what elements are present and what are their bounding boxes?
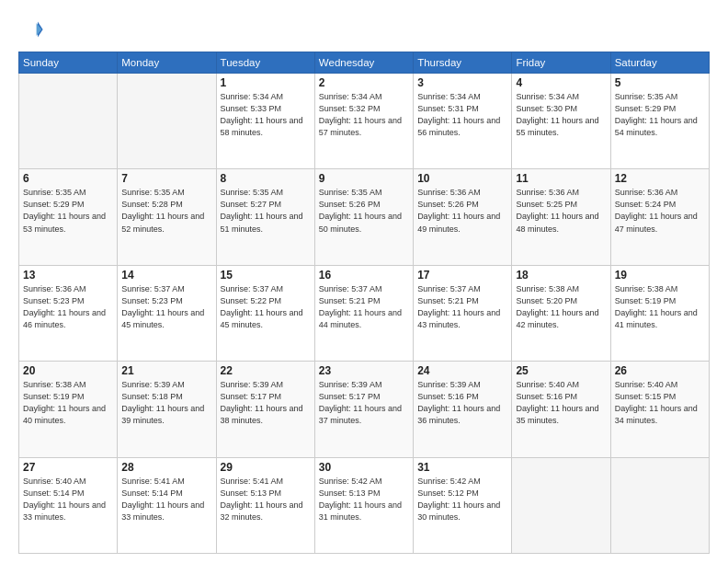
calendar-cell: 4Sunrise: 5:34 AMSunset: 5:30 PMDaylight… <box>512 74 610 169</box>
logo <box>18 17 48 42</box>
day-number: 9 <box>319 172 409 185</box>
day-info: Sunrise: 5:42 AMSunset: 5:12 PMDaylight:… <box>417 476 507 523</box>
day-info: Sunrise: 5:37 AMSunset: 5:22 PMDaylight:… <box>221 283 311 331</box>
day-number: 31 <box>417 461 507 474</box>
day-info: Sunrise: 5:41 AMSunset: 5:13 PMDaylight:… <box>221 476 311 523</box>
day-info: Sunrise: 5:34 AMSunset: 5:30 PMDaylight:… <box>516 91 606 139</box>
calendar-cell: 18Sunrise: 5:38 AMSunset: 5:20 PMDayligh… <box>512 265 610 361</box>
calendar-cell: 3Sunrise: 5:34 AMSunset: 5:31 PMDaylight… <box>414 74 512 169</box>
calendar-cell: 22Sunrise: 5:39 AMSunset: 5:17 PMDayligh… <box>216 362 314 457</box>
calendar-cell: 11Sunrise: 5:36 AMSunset: 5:25 PMDayligh… <box>512 169 610 265</box>
calendar-table: SundayMondayTuesdayWednesdayThursdayFrid… <box>18 52 710 554</box>
day-number: 20 <box>23 364 113 377</box>
calendar-cell: 13Sunrise: 5:36 AMSunset: 5:23 PMDayligh… <box>19 265 118 361</box>
day-number: 1 <box>221 76 311 89</box>
day-number: 8 <box>221 172 311 185</box>
calendar-day-header: Friday <box>512 52 610 74</box>
calendar-day-header: Thursday <box>414 52 512 74</box>
day-info: Sunrise: 5:36 AMSunset: 5:25 PMDaylight:… <box>516 187 606 235</box>
day-info: Sunrise: 5:37 AMSunset: 5:23 PMDaylight:… <box>121 283 211 331</box>
day-number: 25 <box>516 364 606 377</box>
day-info: Sunrise: 5:39 AMSunset: 5:17 PMDaylight:… <box>319 379 409 427</box>
day-number: 6 <box>23 172 113 185</box>
day-number: 13 <box>23 269 113 282</box>
day-info: Sunrise: 5:39 AMSunset: 5:18 PMDaylight:… <box>121 379 211 427</box>
calendar-cell: 10Sunrise: 5:36 AMSunset: 5:26 PMDayligh… <box>414 169 512 265</box>
day-number: 29 <box>221 461 311 474</box>
day-info: Sunrise: 5:34 AMSunset: 5:31 PMDaylight:… <box>417 91 507 139</box>
day-number: 16 <box>319 269 409 282</box>
calendar-cell: 29Sunrise: 5:41 AMSunset: 5:13 PMDayligh… <box>216 457 314 553</box>
calendar-cell: 21Sunrise: 5:39 AMSunset: 5:18 PMDayligh… <box>118 362 216 457</box>
day-number: 15 <box>221 269 311 282</box>
day-number: 3 <box>417 76 507 89</box>
calendar-week-row: 13Sunrise: 5:36 AMSunset: 5:23 PMDayligh… <box>19 265 710 361</box>
calendar-week-row: 20Sunrise: 5:38 AMSunset: 5:19 PMDayligh… <box>19 362 710 457</box>
calendar-cell: 31Sunrise: 5:42 AMSunset: 5:12 PMDayligh… <box>414 457 512 553</box>
day-number: 23 <box>319 364 409 377</box>
calendar-day-header: Tuesday <box>216 52 314 74</box>
day-number: 18 <box>516 269 606 282</box>
day-number: 11 <box>516 172 606 185</box>
calendar-week-row: 6Sunrise: 5:35 AMSunset: 5:29 PMDaylight… <box>19 169 710 265</box>
calendar-day-header: Sunday <box>19 52 118 74</box>
day-number: 10 <box>417 172 507 185</box>
calendar-cell <box>118 74 216 169</box>
day-number: 21 <box>121 364 211 377</box>
calendar-page: SundayMondayTuesdayWednesdayThursdayFrid… <box>0 0 728 563</box>
calendar-cell: 6Sunrise: 5:35 AMSunset: 5:29 PMDaylight… <box>19 169 118 265</box>
day-number: 5 <box>615 76 705 89</box>
day-number: 26 <box>615 364 705 377</box>
day-info: Sunrise: 5:35 AMSunset: 5:29 PMDaylight:… <box>23 187 113 235</box>
calendar-cell: 19Sunrise: 5:38 AMSunset: 5:19 PMDayligh… <box>610 265 709 361</box>
calendar-week-row: 1Sunrise: 5:34 AMSunset: 5:33 PMDaylight… <box>19 74 710 169</box>
calendar-cell <box>512 457 610 553</box>
calendar-cell: 8Sunrise: 5:35 AMSunset: 5:27 PMDaylight… <box>216 169 314 265</box>
calendar-cell: 14Sunrise: 5:37 AMSunset: 5:23 PMDayligh… <box>118 265 216 361</box>
calendar-cell: 17Sunrise: 5:37 AMSunset: 5:21 PMDayligh… <box>414 265 512 361</box>
day-number: 12 <box>615 172 705 185</box>
calendar-cell <box>610 457 709 553</box>
day-info: Sunrise: 5:37 AMSunset: 5:21 PMDaylight:… <box>319 283 409 331</box>
calendar-cell: 1Sunrise: 5:34 AMSunset: 5:33 PMDaylight… <box>216 74 314 169</box>
day-number: 14 <box>121 269 211 282</box>
day-info: Sunrise: 5:35 AMSunset: 5:28 PMDaylight:… <box>121 187 211 235</box>
calendar-cell: 27Sunrise: 5:40 AMSunset: 5:14 PMDayligh… <box>19 457 118 553</box>
calendar-cell: 20Sunrise: 5:38 AMSunset: 5:19 PMDayligh… <box>19 362 118 457</box>
day-number: 2 <box>319 76 409 89</box>
logo-icon <box>18 17 44 42</box>
calendar-header-row: SundayMondayTuesdayWednesdayThursdayFrid… <box>19 52 710 74</box>
calendar-day-header: Saturday <box>610 52 709 74</box>
day-info: Sunrise: 5:40 AMSunset: 5:15 PMDaylight:… <box>615 379 705 427</box>
day-info: Sunrise: 5:38 AMSunset: 5:20 PMDaylight:… <box>516 283 606 331</box>
day-number: 7 <box>121 172 211 185</box>
calendar-cell: 23Sunrise: 5:39 AMSunset: 5:17 PMDayligh… <box>314 362 413 457</box>
calendar-cell: 12Sunrise: 5:36 AMSunset: 5:24 PMDayligh… <box>610 169 709 265</box>
day-number: 22 <box>221 364 311 377</box>
calendar-cell: 2Sunrise: 5:34 AMSunset: 5:32 PMDaylight… <box>314 74 413 169</box>
calendar-cell: 28Sunrise: 5:41 AMSunset: 5:14 PMDayligh… <box>118 457 216 553</box>
day-info: Sunrise: 5:38 AMSunset: 5:19 PMDaylight:… <box>23 379 113 427</box>
day-info: Sunrise: 5:38 AMSunset: 5:19 PMDaylight:… <box>615 283 705 331</box>
header <box>18 17 710 42</box>
day-number: 4 <box>516 76 606 89</box>
calendar-cell: 25Sunrise: 5:40 AMSunset: 5:16 PMDayligh… <box>512 362 610 457</box>
day-info: Sunrise: 5:34 AMSunset: 5:33 PMDaylight:… <box>221 91 311 139</box>
calendar-cell: 9Sunrise: 5:35 AMSunset: 5:26 PMDaylight… <box>314 169 413 265</box>
calendar-cell: 24Sunrise: 5:39 AMSunset: 5:16 PMDayligh… <box>414 362 512 457</box>
calendar-cell <box>19 74 118 169</box>
day-info: Sunrise: 5:40 AMSunset: 5:16 PMDaylight:… <box>516 379 606 427</box>
calendar-cell: 26Sunrise: 5:40 AMSunset: 5:15 PMDayligh… <box>610 362 709 457</box>
day-info: Sunrise: 5:40 AMSunset: 5:14 PMDaylight:… <box>23 476 113 523</box>
day-number: 30 <box>319 461 409 474</box>
calendar-cell: 15Sunrise: 5:37 AMSunset: 5:22 PMDayligh… <box>216 265 314 361</box>
day-info: Sunrise: 5:34 AMSunset: 5:32 PMDaylight:… <box>319 91 409 139</box>
calendar-day-header: Monday <box>118 52 216 74</box>
calendar-day-header: Wednesday <box>314 52 413 74</box>
day-info: Sunrise: 5:36 AMSunset: 5:23 PMDaylight:… <box>23 283 113 331</box>
day-info: Sunrise: 5:37 AMSunset: 5:21 PMDaylight:… <box>417 283 507 331</box>
day-info: Sunrise: 5:39 AMSunset: 5:16 PMDaylight:… <box>417 379 507 427</box>
calendar-cell: 7Sunrise: 5:35 AMSunset: 5:28 PMDaylight… <box>118 169 216 265</box>
day-info: Sunrise: 5:35 AMSunset: 5:26 PMDaylight:… <box>319 187 409 235</box>
calendar-cell: 30Sunrise: 5:42 AMSunset: 5:13 PMDayligh… <box>314 457 413 553</box>
